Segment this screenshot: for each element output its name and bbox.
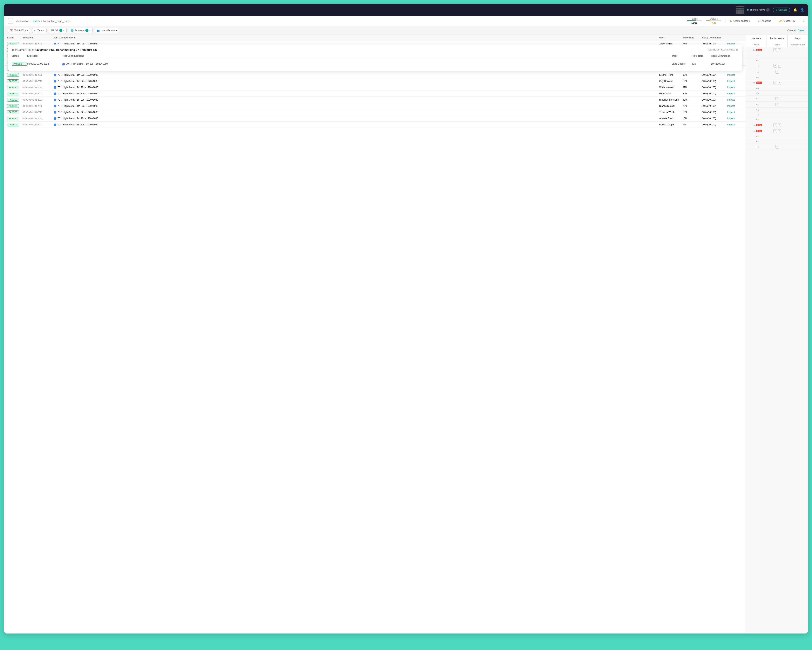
row-user: Wade Warren — [659, 86, 682, 89]
inspect-button[interactable]: Inspect — [727, 73, 743, 76]
breadcrumb-builds[interactable]: Builds — [33, 20, 40, 23]
right-time: 6s — [756, 76, 759, 78]
right-time-cell: 6s FAIL — [748, 49, 767, 51]
right-panel-subheader: Visual Failure Assertion Error — [746, 42, 808, 47]
fail-badge: FAIL — [756, 124, 762, 126]
row-config: ⬤ 70  High Sierra · 1m 22s · 1920×1080 — [53, 86, 659, 89]
row-user: Guy Hawkins — [659, 80, 682, 82]
chrome-icon: ⬤ — [53, 105, 56, 107]
analytics-button[interactable]: 📈 Analytics — [758, 20, 771, 22]
icon-box[interactable]: 📄 — [775, 145, 779, 149]
right-time: 4s — [756, 114, 759, 116]
access-key-button[interactable]: 🔑 Access Key — [779, 20, 795, 22]
icon-box[interactable]: 📄 — [775, 103, 779, 106]
icon-box[interactable]: ⤢ — [778, 48, 781, 52]
chevron-down-icon5: ▾ — [116, 29, 117, 32]
icon-box[interactable]: ⤢ — [778, 123, 781, 127]
row-config: ⬤ 70  High Sierra · 1m 22s · 1920×1080 — [53, 92, 659, 95]
table-row: PASSED 00:00:00 01-01-2023 ⬤ 70  High S… — [4, 78, 746, 84]
create-issue-label: Create an issue — [734, 20, 750, 22]
date-filter[interactable]: 📅 05-05-2023 ▾ — [8, 28, 30, 33]
users-icon: 👥 — [97, 29, 100, 32]
right-perf-cell: 📄 — [767, 145, 787, 149]
row-user: Annette Black — [659, 117, 682, 120]
modal-user: Jane Cooper — [672, 62, 691, 65]
tags-filter[interactable]: 🏷 Tags ▾ — [32, 28, 46, 33]
modal-os: High Sierra — [72, 62, 83, 65]
modal-col-user: User — [672, 55, 691, 57]
help-button[interactable]: ? — [803, 20, 804, 22]
right-time-cell: 6s — [748, 135, 767, 138]
right-panel-row: 4s 📄 — [746, 69, 808, 75]
icon-box[interactable]: 📄 — [775, 97, 779, 100]
icon-box[interactable]: 📄 — [778, 64, 781, 68]
queued-fill — [706, 20, 710, 21]
row-user: Floyd Miles — [659, 92, 682, 95]
row-chrome: 70 — [58, 111, 60, 114]
close-button[interactable]: ✕ — [8, 18, 13, 24]
chrome-icon: ⬤ — [53, 98, 56, 101]
assertion-error-subheader: Assertion Error — [788, 42, 808, 47]
right-time: 4s — [756, 71, 759, 73]
icon-box[interactable]: ⤢ — [778, 129, 781, 133]
clear-all-button[interactable]: Clear all — [787, 29, 796, 32]
right-time: 4s — [753, 124, 756, 126]
row-executed: 00:00:00 01-01-2023 — [23, 99, 53, 101]
row-os: High Sierra — [63, 123, 75, 126]
row-flake: 37% — [682, 86, 702, 89]
right-time: 6s — [756, 135, 759, 138]
create-issue-button[interactable]: 🐛 Create an issue — [730, 20, 750, 22]
network-header: Network — [746, 35, 767, 42]
icon-box[interactable]: ⚙ — [773, 64, 777, 68]
create-issue-icon: 🐛 — [730, 20, 733, 22]
inspect-button[interactable]: Inspect — [727, 99, 743, 101]
modal-title: Test Name Group: Navigation-PSL_Benchmar… — [12, 48, 97, 52]
breadcrumb: Automation / Builds / Navigation_page_Ho… — [16, 20, 70, 23]
right-perf-cell: 📄⤢ — [767, 48, 787, 52]
users-filter[interactable]: 👥 Users/Groups ▾ — [95, 28, 119, 33]
user-icon[interactable]: 👤 — [800, 8, 804, 12]
inspect-button[interactable]: Inspect — [727, 111, 743, 114]
inspect-button[interactable]: Inspect — [727, 117, 743, 120]
row-flake: 18% — [682, 111, 702, 114]
table-row: PASSED 00:00:00 01-01-2023 ⬤ 70  High S… — [4, 122, 746, 128]
icon-box[interactable]: 📄 — [773, 123, 777, 127]
right-panel-row: 4s FAIL 📄⤢ — [746, 80, 808, 86]
grid-icon[interactable] — [736, 6, 744, 14]
close-filter-button[interactable]: Close — [798, 29, 804, 32]
parallel-label: Parallel — [691, 18, 698, 20]
modal-flake-rate: 40% — [691, 62, 711, 65]
row-os: High Sierra — [63, 117, 75, 120]
right-perf-cell: 📄⤢ — [767, 123, 787, 127]
row-status: PASSED — [7, 111, 19, 114]
upgrade-button[interactable]: ⊙ Upgrade — [773, 8, 790, 12]
icon-box[interactable]: 📄 — [775, 70, 779, 73]
browsers-filter[interactable]: 🌐 Browsers 1 ▾ — [69, 28, 93, 33]
row-executed: 00:00:00 01-01-2023 — [23, 117, 53, 120]
inspect-button[interactable]: Inspect — [727, 123, 743, 126]
icon-box[interactable]: 📄 — [773, 81, 777, 84]
inspect-button[interactable]: Inspect — [727, 105, 743, 107]
right-panel-row: 6s — [746, 108, 808, 113]
performance-header: Performance — [767, 35, 787, 42]
inspect-button[interactable]: Inspect — [727, 80, 743, 82]
upgrade-icon: ⊙ — [776, 9, 778, 11]
key-icon2: ⌨ — [51, 29, 54, 32]
icon-box[interactable]: 📄 — [773, 129, 777, 133]
app-container: Tunnels Active 3 ⊙ Upgrade 🔔 👤 ✕ Automat… — [4, 4, 808, 633]
right-panel-row: 4s FAIL 📄⤢ — [746, 122, 808, 128]
col-flake-rate: Flake Rate — [682, 36, 702, 39]
inspect-button[interactable]: Inspect — [727, 86, 743, 89]
icon-box[interactable]: ⤢ — [778, 81, 781, 84]
os-filter[interactable]: ⌨ OS 1 ▾ — [49, 28, 67, 33]
tag-icon: 🏷 — [34, 29, 36, 32]
icon-box[interactable]: 📄 — [773, 48, 777, 52]
inspect-button[interactable]: Inspect — [727, 92, 743, 95]
chrome-icon: ⬤ — [53, 86, 56, 89]
header-right: Parallel 15/25 Queued 7/25 🐛 Create an i… — [687, 18, 804, 24]
row-os: High Sierra — [63, 99, 75, 101]
row-config: ⬤ 70  High Sierra · 1m 22s · 1920×1080 — [53, 73, 659, 76]
row-chrome: 70 — [58, 99, 60, 101]
right-panel-row: 4s ⚙📄 — [746, 63, 808, 69]
bell-icon[interactable]: 🔔 — [793, 8, 797, 12]
